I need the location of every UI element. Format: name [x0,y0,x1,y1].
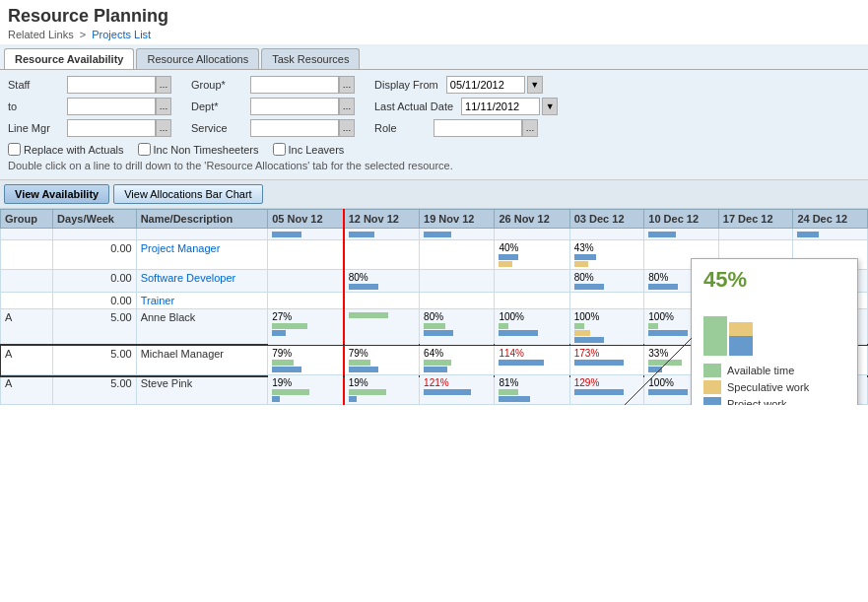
person-name: Steve Pink [136,375,268,405]
to-browse-btn[interactable]: … [156,98,171,115]
col-17dec: 17 Dec 12 [718,210,793,229]
table-row [1,229,868,240]
col-03dec: 03 Dec 12 [569,210,644,229]
line-mgr-input[interactable] [67,119,156,137]
col-group: Group [1,210,53,229]
col-05nov: 05 Nov 12 [268,210,344,229]
hint-text: Double click on a line to drill down to … [8,158,860,173]
line-mgr-browse-btn[interactable]: … [156,119,171,137]
inc-leavers-check[interactable]: Inc Leavers [273,143,345,156]
last-actual-input[interactable] [461,98,540,115]
legend-popup: 45% Available time Speculative work Proj… [691,258,858,405]
legend-project: Project work [703,397,845,405]
legend-available: Available time [703,364,845,377]
group-browse-btn[interactable]: … [339,76,355,94]
breadcrumb: Related Links > Projects List [0,29,868,44]
dept-label: Dept* [191,100,242,112]
col-name: Name/Description [136,210,268,229]
legend-percent: 45% [703,267,845,293]
filter-area: Staff … Group* … Display From ▼ to … Dep… [0,70,868,180]
inc-non-check[interactable]: Inc Non Timesheeters [138,143,259,156]
last-actual-label: Last Actual Date [374,100,453,112]
col-12nov: 12 Nov 12 [344,210,420,229]
to-input[interactable] [67,98,156,115]
tab-resource-allocations[interactable]: Resource Allocations [136,48,259,69]
legend-speculative: Speculative work [703,380,845,394]
role-label: Role [374,122,426,134]
last-actual-btn[interactable]: ▼ [542,98,558,115]
tab-resource-availability[interactable]: Resource Availability [4,48,134,69]
col-19nov: 19 Nov 12 [420,210,495,229]
breadcrumb-projects-link[interactable]: Projects List [92,29,151,40]
tab-task-resources[interactable]: Task Resources [261,48,360,69]
resource-link[interactable]: Project Manager [141,242,221,254]
person-name: Michael Manager [136,346,268,375]
group-label: Group* [191,79,242,91]
view-allocations-btn[interactable]: View Allocations Bar Chart [113,184,262,204]
group-input[interactable] [250,76,339,94]
dept-browse-btn[interactable]: … [339,98,355,115]
col-days: Days/Week [53,210,137,229]
page-title: Resource Planning [0,0,868,29]
service-input[interactable] [250,119,339,137]
display-from-input[interactable] [446,76,525,94]
col-10dec: 10 Dec 12 [644,210,719,229]
display-from-btn[interactable]: ▼ [527,76,543,94]
service-label: Service [191,122,242,134]
display-from-label: Display From [374,79,438,91]
person-name: Anne Black [136,309,268,346]
col-24dec: 24 Dec 12 [793,210,868,229]
dept-input[interactable] [250,98,339,115]
action-bar: View Availability View Allocations Bar C… [0,180,868,209]
view-availability-btn[interactable]: View Availability [4,184,109,204]
service-browse-btn[interactable]: … [339,119,355,137]
resource-link[interactable]: Software Developer [141,272,236,284]
role-input[interactable] [434,119,522,137]
to-label: to [8,100,59,112]
replace-actuals-check[interactable]: Replace with Actuals [8,143,124,156]
resource-link[interactable]: Trainer [141,295,174,306]
staff-browse-btn[interactable]: … [156,76,171,94]
line-mgr-label: Line Mgr [8,122,59,134]
staff-label: Staff [8,79,59,91]
grid-container: Group Days/Week Name/Description 05 Nov … [0,209,868,405]
role-browse-btn[interactable]: … [522,119,538,137]
staff-input[interactable] [67,76,156,94]
tabs-bar: Resource Availability Resource Allocatio… [0,44,868,70]
col-26nov: 26 Nov 12 [495,210,569,229]
